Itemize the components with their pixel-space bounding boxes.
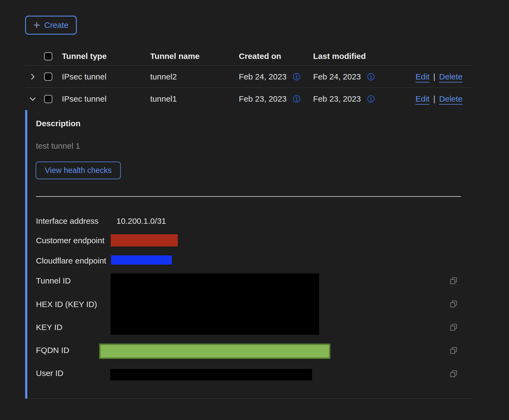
expanded-row-accent-bar <box>25 110 27 399</box>
tunnel-id-redacted-value <box>110 274 319 335</box>
copy-icon <box>450 346 458 355</box>
cell-created-on: Feb 24, 2023 <box>239 72 287 81</box>
customer-endpoint-redacted-value <box>111 234 178 246</box>
select-all-checkbox[interactable] <box>44 52 52 61</box>
row-checkbox[interactable] <box>44 72 52 81</box>
info-icon[interactable] <box>367 73 375 81</box>
field-label-customer-endpoint: Customer endpoint <box>36 235 104 246</box>
field-label-cloudflare-endpoint: Cloudflare endpoint <box>36 255 106 266</box>
info-icon[interactable] <box>293 95 300 103</box>
cell-tunnel-type: IPsec tunnel <box>62 94 150 104</box>
copy-hex-id-button[interactable] <box>450 300 458 308</box>
tunnels-table: Tunnel type Tunnel name Created on Last … <box>25 47 471 110</box>
cell-tunnel-name: tunnel2 <box>150 72 239 81</box>
cell-tunnel-name: tunnel1 <box>150 94 239 104</box>
tunnel-details-panel: Description test tunnel 1 View health ch… <box>25 110 471 399</box>
cell-created-on: Feb 23, 2023 <box>239 94 287 104</box>
copy-tunnel-id-button[interactable] <box>450 277 458 285</box>
fqdn-id-redacted-value <box>99 344 330 359</box>
table-header-row: Tunnel type Tunnel name Created on Last … <box>25 47 471 65</box>
copy-icon <box>450 277 458 285</box>
cell-last-modified: Feb 24, 2023 <box>313 72 361 81</box>
header-tunnel-name: Tunnel name <box>150 52 239 61</box>
field-label-interface-address: Interface address <box>36 216 99 226</box>
collapse-row-button[interactable] <box>29 95 37 103</box>
delete-link[interactable]: Delete <box>439 72 463 81</box>
copy-fqdn-id-button[interactable] <box>450 346 458 355</box>
chevron-down-icon <box>29 95 37 103</box>
copy-key-id-button[interactable] <box>450 323 458 331</box>
table-row-tunnel1: IPsec tunnel tunnel1 Feb 23, 2023 Feb 23… <box>25 88 471 110</box>
edit-link[interactable]: Edit <box>416 72 430 81</box>
plus-icon <box>33 22 40 29</box>
chevron-right-icon <box>29 73 37 81</box>
field-label-user-id: User ID <box>36 368 63 379</box>
copy-icon <box>450 300 458 308</box>
header-tunnel-type: Tunnel type <box>62 52 150 61</box>
field-label-hex-id: HEX ID (KEY ID) <box>36 299 97 310</box>
delete-link[interactable]: Delete <box>439 94 463 104</box>
ipsec-tunnels-page: Create Tunnel type Tunnel name Created o… <box>0 0 509 420</box>
field-label-tunnel-id: Tunnel ID <box>36 275 71 286</box>
copy-icon <box>450 370 458 378</box>
table-row-tunnel2: IPsec tunnel tunnel2 Feb 24, 2023 Feb 24… <box>25 65 471 88</box>
cell-tunnel-type: IPsec tunnel <box>62 72 150 81</box>
action-separator: | <box>433 72 435 81</box>
edit-link[interactable]: Edit <box>416 94 430 104</box>
description-text: test tunnel 1 <box>36 141 80 151</box>
expand-row-button[interactable] <box>29 73 37 81</box>
cell-last-modified: Feb 23, 2023 <box>313 94 361 104</box>
copy-user-id-button[interactable] <box>450 370 458 378</box>
field-value-interface-address: 10.200.1.0/31 <box>116 216 166 226</box>
create-button[interactable]: Create <box>25 16 77 35</box>
create-button-label: Create <box>44 21 68 30</box>
user-id-redacted-value <box>110 369 312 381</box>
header-last-modified: Last modified <box>313 52 390 61</box>
section-divider <box>36 196 461 197</box>
description-title: Description <box>36 118 81 129</box>
view-health-checks-label: View health checks <box>45 166 112 175</box>
row-checkbox[interactable] <box>44 95 52 103</box>
view-health-checks-button[interactable]: View health checks <box>36 162 121 179</box>
field-label-key-id: KEY ID <box>36 322 62 333</box>
action-separator: | <box>433 94 435 104</box>
header-checkbox-cell <box>44 52 62 61</box>
info-icon[interactable] <box>367 95 375 103</box>
info-icon[interactable] <box>293 73 300 81</box>
cloudflare-endpoint-redacted-value <box>111 255 172 265</box>
field-label-fqdn-id: FQDN ID <box>36 345 69 356</box>
header-created-on: Created on <box>239 52 313 61</box>
copy-icon <box>450 323 458 331</box>
